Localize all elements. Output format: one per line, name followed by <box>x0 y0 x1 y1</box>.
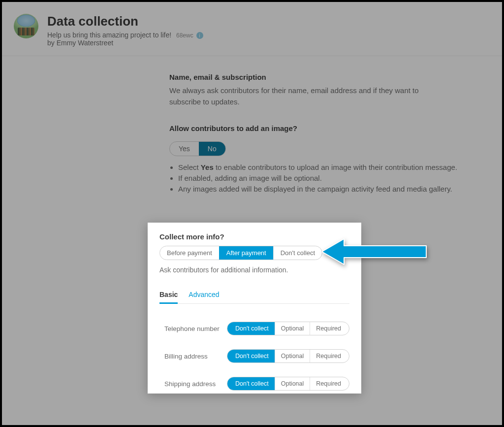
section-name-email: Name, email & subscription We always ask… <box>169 73 474 107</box>
tab-basic[interactable]: Basic <box>159 287 178 304</box>
page-subtitle: Help us bring this amazing project to li… <box>47 31 203 39</box>
list-item: If enabled, adding an image will be opti… <box>178 173 474 184</box>
card-description: Ask contributors for additional informat… <box>159 266 349 274</box>
telephone-required[interactable]: Required <box>310 322 349 335</box>
billing-dont-collect[interactable]: Don't collect <box>227 350 275 362</box>
project-code: 68ewc <box>176 32 193 39</box>
avatar <box>14 14 38 38</box>
section-body: We always ask contributors for their nam… <box>169 85 445 107</box>
billing-options: Don't collect Optional Required <box>227 349 349 363</box>
segment-before-payment[interactable]: Before payment <box>160 246 219 260</box>
segment-after-payment[interactable]: After payment <box>219 246 273 260</box>
field-row-shipping: Shipping address Don't collect Optional … <box>159 363 349 394</box>
section-allow-image: Allow contributors to add an image? Yes … <box>169 124 474 194</box>
collect-timing-segment: Before payment After payment Don't colle… <box>159 246 322 260</box>
tab-advanced[interactable]: Advanced <box>189 287 219 303</box>
field-row-billing: Billing address Don't collect Optional R… <box>159 335 349 363</box>
list-item: Select Yes to enable contributors to upl… <box>178 162 474 173</box>
field-label: Telephone number <box>159 325 220 332</box>
card-heading: Collect more info? <box>159 232 349 241</box>
billing-optional[interactable]: Optional <box>275 350 310 362</box>
allow-image-notes: Select Yes to enable contributors to upl… <box>169 162 474 194</box>
field-label: Billing address <box>159 353 208 360</box>
svg-marker-0 <box>322 239 426 264</box>
field-label: Shipping address <box>159 380 216 388</box>
section-heading: Allow contributors to add an image? <box>169 124 474 132</box>
callout-arrow-icon <box>322 237 430 266</box>
byline: by Emmy Waterstreet <box>47 39 203 47</box>
list-item: Any images added will be displayed in th… <box>178 184 474 195</box>
info-icon[interactable]: i <box>196 32 203 39</box>
segment-dont-collect[interactable]: Don't collect <box>273 246 322 260</box>
telephone-optional[interactable]: Optional <box>275 322 310 335</box>
allow-image-no[interactable]: No <box>199 142 225 156</box>
field-row-telephone: Telephone number Don't collect Optional … <box>159 308 349 335</box>
shipping-optional[interactable]: Optional <box>275 377 310 390</box>
page-header: Data collection Help us bring this amazi… <box>2 2 502 56</box>
page-title: Data collection <box>47 14 203 29</box>
shipping-required[interactable]: Required <box>310 377 349 390</box>
section-heading: Name, email & subscription <box>169 73 474 81</box>
telephone-options: Don't collect Optional Required <box>227 322 349 335</box>
allow-image-yes[interactable]: Yes <box>170 142 199 156</box>
shipping-options: Don't collect Optional Required <box>227 377 349 391</box>
shipping-dont-collect[interactable]: Don't collect <box>227 377 275 390</box>
field-tabs: Basic Advanced <box>159 287 349 304</box>
billing-required[interactable]: Required <box>310 350 349 362</box>
telephone-dont-collect[interactable]: Don't collect <box>227 322 275 335</box>
allow-image-toggle: Yes No <box>169 141 226 156</box>
